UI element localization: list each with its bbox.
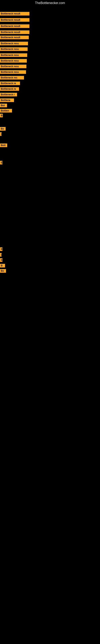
bottleneck-label: Bottlen <box>0 109 12 112</box>
bottleneck-label: Bottleneck resu <box>0 53 27 57</box>
bottleneck-row: Bottleneck result <box>0 11 29 16</box>
bottleneck-row: Bott <box>0 142 7 148</box>
bottleneck-label: E <box>0 258 2 262</box>
bottleneck-label: Bottleneck re <box>0 87 19 91</box>
bottleneck-label: B <box>0 114 3 117</box>
bottleneck-label: Bottleneck result <box>0 36 29 39</box>
bottleneck-label: | <box>0 132 1 136</box>
bottleneck-label: Bottleneck result <box>0 12 29 16</box>
bottleneck-row: Bottleneck resu <box>0 41 28 46</box>
bottleneck-row: E <box>0 160 2 166</box>
bottleneck-label: Bottleneck resu <box>0 64 26 68</box>
bottleneck-label: Bottleneck r <box>0 93 17 96</box>
bottleneck-label: | <box>0 253 1 256</box>
bottleneck-row: Bottlene <box>0 98 14 103</box>
bottleneck-label: Bott <box>0 144 7 147</box>
bottleneck-row: Bottleneck result <box>0 34 29 40</box>
bottleneck-row: Bo <box>0 268 6 274</box>
bottleneck-label: Bottleneck result <box>0 24 29 28</box>
bottleneck-label: Bottleneck resu <box>0 70 26 74</box>
bottleneck-row: Bottleneck re <box>0 86 19 92</box>
bottleneck-row: Bottleneck result <box>0 30 29 35</box>
bottleneck-label: Bo <box>0 127 6 130</box>
bottleneck-label: Bo <box>0 269 6 273</box>
bottleneck-label: Bottleneck res <box>0 76 24 80</box>
bottleneck-label: B <box>0 264 5 268</box>
bottleneck-row: Bottleneck resu <box>0 46 28 52</box>
bottleneck-label: Bottleneck resu <box>0 47 28 51</box>
bottleneck-row: Bottleneck r <box>0 92 17 98</box>
bottleneck-row: Bottleneck re <box>0 80 20 86</box>
bottleneck-row: Bottleneck resu <box>0 69 26 75</box>
bottleneck-row: Bottleneck resu <box>0 52 27 58</box>
bottleneck-row: Bo <box>0 126 6 132</box>
bottleneck-label: Bottleneck re <box>0 82 20 85</box>
bottleneck-row: Bottleneck result <box>0 17 29 23</box>
bottleneck-label: Bot <box>0 104 7 107</box>
bottleneck-label: Bottleneck resu <box>0 59 27 62</box>
bottleneck-row: B <box>0 113 3 118</box>
bottleneck-row: Bot <box>0 103 7 108</box>
bottleneck-row: Bottleneck result <box>0 23 29 29</box>
bottleneck-row: E <box>0 257 2 263</box>
bottleneck-row: Bottleneck res <box>0 75 24 80</box>
bottleneck-label: Bottlene <box>0 98 14 102</box>
bottleneck-row: E <box>0 246 2 252</box>
bottleneck-row: B <box>0 263 5 268</box>
bottleneck-row: Bottleneck resu <box>0 64 26 69</box>
bottleneck-label: Bottleneck result <box>0 30 29 34</box>
bottleneck-label: E <box>0 161 2 164</box>
bottleneck-label: Bottleneck result <box>0 18 29 22</box>
site-title: TheBottlenecker.com <box>0 0 100 6</box>
bottleneck-label: Bottleneck resu <box>0 42 28 45</box>
bottleneck-label: E <box>0 247 2 251</box>
bottleneck-row: | <box>0 131 1 137</box>
bottleneck-row: Bottleneck resu <box>0 58 27 64</box>
bottleneck-row: | <box>0 252 1 258</box>
